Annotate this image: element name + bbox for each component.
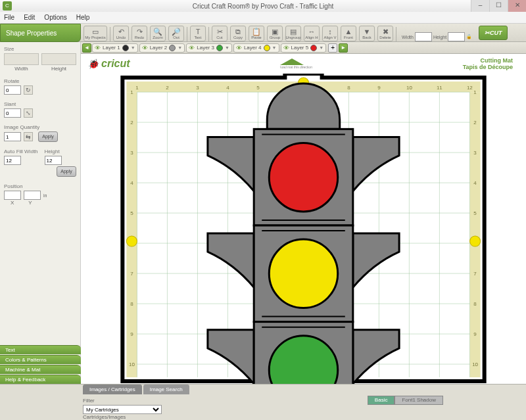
- slant-input[interactable]: [4, 108, 21, 118]
- align-v-icon: ↕: [328, 28, 332, 35]
- chevron-down-icon[interactable]: ▼: [225, 45, 229, 50]
- autofill-height-input[interactable]: [45, 156, 62, 165]
- svg-point-65: [470, 236, 481, 246]
- layer-swatch: [216, 45, 223, 51]
- cutting-mat[interactable]: 1112223334445556667778889991010101111111…: [87, 74, 519, 384]
- my-projects-button[interactable]: ▭My Projects: [84, 26, 107, 41]
- chevron-down-icon[interactable]: ▼: [319, 45, 323, 50]
- align-v-button[interactable]: ↕Align V: [322, 26, 338, 41]
- position-label: Position: [4, 183, 76, 189]
- layer-tab-5[interactable]: 👁Layer 5▼: [281, 43, 327, 53]
- layer-swatch: [264, 45, 270, 51]
- machine-panel-button[interactable]: Machine & Mat: [0, 365, 81, 374]
- ungroup-button[interactable]: ▤Ungroup: [285, 26, 301, 41]
- mode-basic-button[interactable]: Basic: [368, 396, 395, 405]
- bottom-panel: Images / Cartridges Image Search Filter …: [0, 384, 526, 420]
- copy-button[interactable]: ⧉Copy: [230, 26, 246, 41]
- eye-icon: 👁: [142, 45, 148, 51]
- lock-aspect-icon[interactable]: 🔒: [466, 34, 472, 39]
- group-icon: ▣: [272, 28, 278, 35]
- layer-name: Layer 2: [150, 45, 168, 51]
- red-light[interactable]: [269, 143, 337, 211]
- height2-label: Height: [45, 149, 62, 154]
- minimize-button[interactable]: –: [471, 0, 489, 12]
- slant-icon[interactable]: ⤡: [24, 108, 33, 118]
- layers-prev-button[interactable]: ◄: [82, 43, 91, 53]
- canvas-area: ◄ 👁Layer 1▼👁Layer 2▼👁Layer 3▼👁Layer 4▼👁L…: [81, 42, 526, 384]
- tab-images-cartridges[interactable]: Images / Cartridges: [83, 385, 142, 394]
- bring-front-button[interactable]: ▲Front: [341, 26, 356, 41]
- go-cut-button[interactable]: ✂CUT: [479, 26, 508, 40]
- chevron-down-icon[interactable]: ▼: [178, 45, 182, 50]
- filter-select[interactable]: My Cartridges: [83, 405, 162, 414]
- zoom-button[interactable]: 🔍Zoom: [150, 26, 166, 41]
- delete-button[interactable]: ✖Delete: [377, 26, 393, 41]
- svg-text:7: 7: [473, 271, 477, 277]
- svg-text:8: 8: [130, 301, 133, 307]
- text-tool-button[interactable]: TText: [190, 26, 206, 41]
- autofill-label: Auto Fill Width: [4, 149, 38, 154]
- send-back-button[interactable]: ▼Back: [359, 26, 375, 41]
- text-panel-button[interactable]: Text: [0, 345, 81, 354]
- paste-button[interactable]: 📋Paste: [249, 26, 264, 41]
- autofill-width-input[interactable]: [4, 156, 21, 165]
- chevron-down-icon[interactable]: ▼: [131, 45, 135, 50]
- svg-text:5: 5: [256, 85, 260, 91]
- svg-text:8: 8: [473, 301, 477, 307]
- svg-text:8: 8: [347, 85, 350, 91]
- text-icon: T: [196, 28, 201, 35]
- svg-text:1: 1: [473, 89, 477, 95]
- apply-qty-button[interactable]: Apply: [38, 131, 58, 142]
- tab-image-search[interactable]: Image Search: [143, 385, 189, 394]
- bug-icon: 🐞: [87, 58, 99, 69]
- layer-tab-2[interactable]: 👁Layer 2▼: [139, 43, 185, 53]
- position-y-input[interactable]: [24, 191, 41, 200]
- link-icon[interactable]: ⇆: [24, 132, 33, 141]
- traffic-light-design[interactable]: [208, 83, 399, 384]
- svg-text:3: 3: [196, 85, 199, 91]
- undo-button[interactable]: ↶Undo: [113, 26, 129, 41]
- rotate-label: Rotate: [4, 78, 76, 84]
- size-label: Size: [4, 46, 76, 52]
- align-h-button[interactable]: ↔Align H: [304, 26, 320, 41]
- mat-title: Cutting Mat: [463, 57, 513, 64]
- position-x-input[interactable]: [4, 191, 21, 200]
- chevron-down-icon[interactable]: ▼: [272, 45, 277, 50]
- close-button[interactable]: ✕: [508, 0, 526, 12]
- menu-options[interactable]: Options: [44, 14, 66, 21]
- yellow-light[interactable]: [269, 239, 337, 308]
- menu-file[interactable]: File: [4, 14, 14, 21]
- layer-tab-4[interactable]: 👁Layer 4▼: [233, 43, 279, 53]
- size-preview: [41, 53, 76, 65]
- apply-fill-button[interactable]: Apply: [57, 166, 76, 177]
- layer-tab-1[interactable]: 👁Layer 1▼: [92, 43, 138, 53]
- zoom-icon: 🔍: [153, 28, 162, 35]
- add-layer-button[interactable]: +: [328, 43, 337, 53]
- svg-text:2: 2: [473, 120, 477, 126]
- app-icon: C: [3, 1, 12, 11]
- slant-label: Slant: [4, 101, 76, 107]
- align-h-icon: ↔: [308, 28, 316, 35]
- width-input[interactable]: [415, 32, 432, 41]
- colors-panel-button[interactable]: Colors & Patterns: [0, 355, 81, 364]
- menu-help[interactable]: Help: [76, 14, 90, 21]
- group-button[interactable]: ▣Group: [267, 26, 283, 41]
- rotate-icon[interactable]: ↻: [24, 85, 33, 95]
- help-panel-button[interactable]: Help & Feedback: [0, 375, 81, 384]
- redo-button[interactable]: ↷Redo: [132, 26, 147, 41]
- mode-shadow-button[interactable]: Font1 Shadow: [394, 396, 443, 405]
- layer-tab-3[interactable]: 👁Layer 3▼: [186, 43, 232, 53]
- top-toolbar: Shape Properties ▭My Projects ↶Undo ↷Red…: [0, 24, 526, 42]
- zoom-out-button[interactable]: 🔎Out: [168, 26, 184, 41]
- mat-subtitle: Tapis de Découpe: [463, 64, 513, 70]
- height-input[interactable]: [448, 32, 465, 41]
- maximize-button[interactable]: ☐: [489, 0, 508, 12]
- menu-edit[interactable]: Edit: [24, 14, 35, 21]
- window-title: Cricut Craft Room® by Provo Craft - Traf…: [193, 3, 333, 10]
- layers-next-button[interactable]: ►: [339, 43, 348, 53]
- front-icon: ▲: [345, 28, 352, 35]
- svg-text:1: 1: [135, 85, 139, 91]
- rotate-input[interactable]: [4, 85, 21, 95]
- cut-button[interactable]: ✂Cut: [212, 26, 227, 41]
- image-qty-input[interactable]: [4, 132, 21, 141]
